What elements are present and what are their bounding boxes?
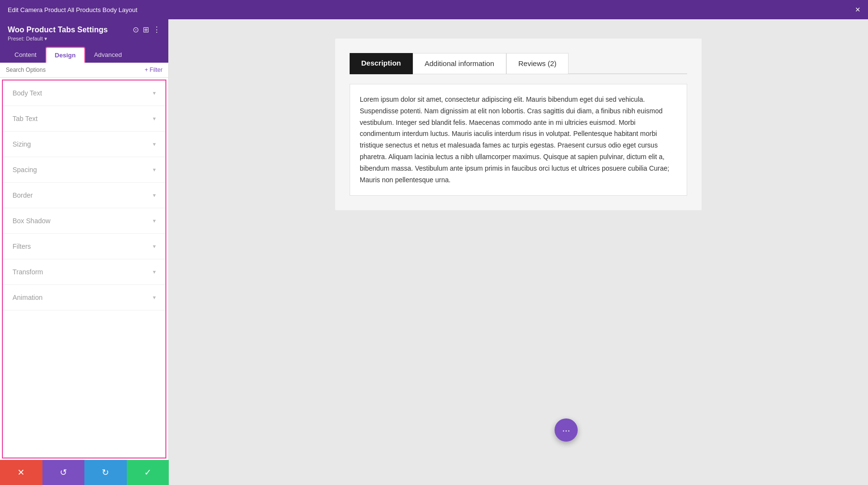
fab-icon: ··· (562, 425, 570, 436)
preset-arrow[interactable]: ▾ (44, 36, 47, 41)
option-spacing[interactable]: Spacing ▾ (3, 157, 165, 183)
option-tab-text-label: Tab Text (13, 115, 38, 122)
option-box-shadow[interactable]: Box Shadow ▾ (3, 208, 165, 234)
option-spacing-label: Spacing (13, 166, 37, 174)
body-text-chevron-icon: ▾ (153, 90, 156, 96)
option-animation[interactable]: Animation ▾ (3, 285, 165, 310)
preset-label[interactable]: Preset: Default (8, 36, 43, 41)
close-action-icon: ✕ (17, 467, 25, 478)
title-bar-text: Edit Camera Product All Products Body La… (8, 6, 137, 13)
option-transform[interactable]: Transform ▾ (3, 259, 165, 285)
tab-additional-info[interactable]: Additional information (413, 53, 506, 74)
option-sizing-label: Sizing (13, 140, 31, 148)
save-action-button[interactable]: ✓ (127, 460, 169, 485)
filter-button[interactable]: + Filter (145, 67, 163, 73)
tab-description[interactable]: Description (350, 53, 413, 74)
panel-tabs: Content Design Advanced (0, 47, 168, 63)
tab-reviews[interactable]: Reviews (2) (506, 53, 569, 74)
option-border-label: Border (13, 191, 33, 199)
right-content: Description Additional information Revie… (169, 19, 868, 485)
sizing-chevron-icon: ▾ (153, 141, 156, 148)
panel-title-text: Woo Product Tabs Settings (8, 26, 108, 34)
description-text: Lorem ipsum dolor sit amet, consectetur … (360, 94, 677, 186)
tab-content[interactable]: Content (6, 47, 45, 63)
option-filters[interactable]: Filters ▾ (3, 234, 165, 259)
option-tab-text[interactable]: Tab Text ▾ (3, 106, 165, 132)
options-container: Body Text ▾ Tab Text ▾ Sizing ▾ Spacing … (2, 80, 166, 458)
box-shadow-chevron-icon: ▾ (153, 217, 156, 224)
search-input[interactable] (6, 67, 145, 73)
option-animation-label: Animation (13, 294, 42, 301)
undo-action-button[interactable]: ↺ (42, 460, 85, 485)
option-transform-label: Transform (13, 268, 43, 276)
filters-chevron-icon: ▾ (153, 243, 156, 250)
preset-line: Preset: Default ▾ (8, 36, 161, 42)
close-button[interactable]: × (855, 5, 860, 14)
title-bar: Edit Camera Product All Products Body La… (0, 0, 868, 19)
redo-icon: ↻ (102, 467, 109, 478)
border-chevron-icon: ▾ (153, 192, 156, 199)
option-body-text[interactable]: Body Text ▾ (3, 81, 165, 106)
search-bar: + Filter (0, 63, 168, 78)
left-panel: Woo Product Tabs Settings ⊙ ⊞ ⋮ Preset: … (0, 19, 169, 485)
save-icon: ✓ (144, 467, 151, 478)
tab-content-area: Lorem ipsum dolor sit amet, consectetur … (350, 84, 687, 196)
tab-nav: Description Additional information Revie… (350, 53, 687, 74)
more-icon-button[interactable]: ⋮ (153, 25, 161, 34)
panel-title-icons: ⊙ ⊞ ⋮ (133, 25, 161, 34)
panel-title-row: Woo Product Tabs Settings ⊙ ⊞ ⋮ (8, 25, 161, 34)
option-sizing[interactable]: Sizing ▾ (3, 132, 165, 157)
transform-chevron-icon: ▾ (153, 269, 156, 275)
tab-design[interactable]: Design (45, 47, 85, 63)
product-tabs-widget: Description Additional information Revie… (335, 39, 702, 210)
option-body-text-label: Body Text (13, 89, 42, 97)
grid-icon-button[interactable]: ⊞ (143, 25, 149, 34)
panel-header: Woo Product Tabs Settings ⊙ ⊞ ⋮ Preset: … (0, 19, 168, 47)
close-action-button[interactable]: ✕ (0, 460, 42, 485)
tab-text-chevron-icon: ▾ (153, 115, 156, 122)
redo-action-button[interactable]: ↻ (84, 460, 127, 485)
fab-button[interactable]: ··· (555, 418, 578, 442)
undo-icon: ↺ (60, 467, 67, 478)
animation-chevron-icon: ▾ (153, 294, 156, 301)
option-filters-label: Filters (13, 242, 31, 250)
option-border[interactable]: Border ▾ (3, 183, 165, 208)
spacing-chevron-icon: ▾ (153, 166, 156, 173)
action-bar: ✕ ↺ ↻ ✓ (0, 460, 169, 485)
view-icon-button[interactable]: ⊙ (133, 25, 139, 34)
main-layout: Woo Product Tabs Settings ⊙ ⊞ ⋮ Preset: … (0, 19, 868, 485)
option-box-shadow-label: Box Shadow (13, 217, 51, 225)
tab-advanced[interactable]: Advanced (85, 47, 131, 63)
